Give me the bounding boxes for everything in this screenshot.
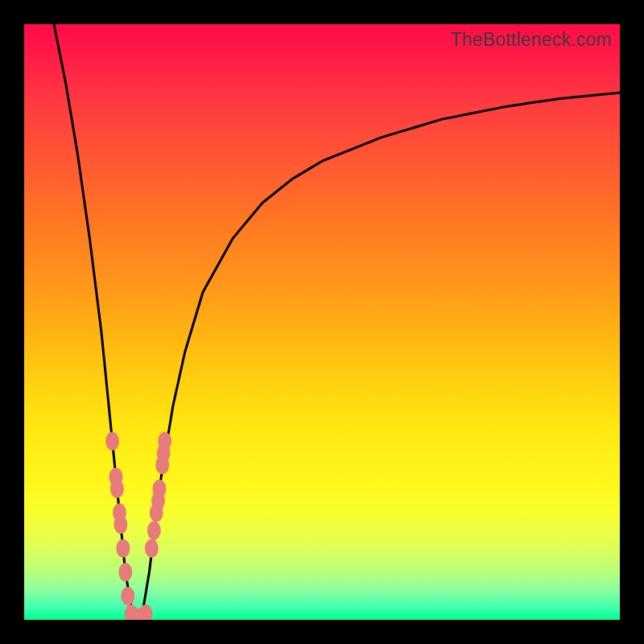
data-marker xyxy=(121,587,134,605)
data-marker xyxy=(105,432,119,451)
bottleneck-curve xyxy=(54,24,620,620)
data-marker xyxy=(114,515,127,534)
watermark-text: TheBottleneck.com xyxy=(451,29,612,51)
data-marker xyxy=(116,539,130,558)
curve-layer xyxy=(24,24,620,620)
plot-area: TheBottleneck.com xyxy=(24,24,620,620)
data-marker xyxy=(152,480,166,498)
data-marker xyxy=(110,480,124,498)
data-marker xyxy=(118,563,132,581)
data-marker xyxy=(158,432,171,451)
data-marker xyxy=(145,539,159,558)
bottleneck-curve-path xyxy=(54,24,620,620)
chart-frame: TheBottleneck.com xyxy=(0,0,644,644)
data-marker xyxy=(147,522,161,540)
data-marker xyxy=(138,605,152,620)
